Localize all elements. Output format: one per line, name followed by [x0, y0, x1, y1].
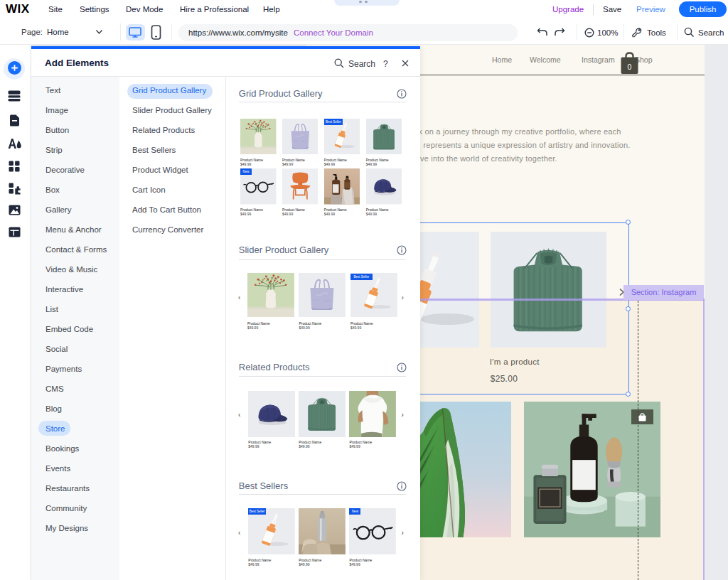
svg-text:0: 0	[627, 63, 631, 71]
